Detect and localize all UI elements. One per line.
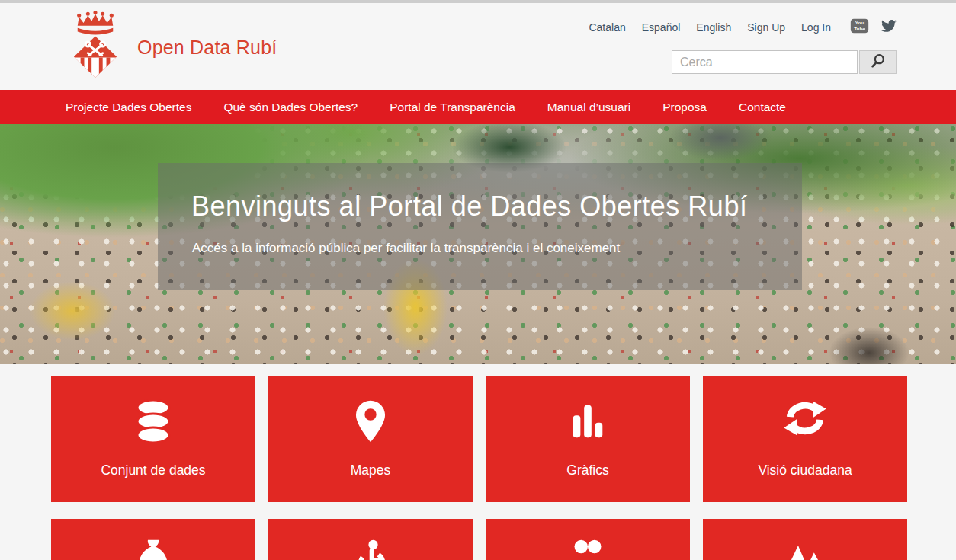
language-link-espanol[interactable]: Español [642,21,681,34]
tile-mapes[interactable]: Mapes [268,376,473,502]
tile-label: Mapes [268,462,473,478]
search-icon [870,53,887,72]
nav-item-projecte-dades-obertes[interactable]: Projecte Dades Obertes [50,101,207,114]
tile-grafics[interactable]: Gràfics [486,376,690,502]
language-link-catalan[interactable]: Catalan [589,21,625,34]
nav-item-portal-de-transparencia[interactable]: Portal de Transparència [374,101,531,114]
bar-chart-icon [486,399,690,440]
hero-overlay-panel: Benvinguts al Portal de Dades Obertes Ru… [158,163,802,290]
site-header: Open Data Rubí Catalan Español English S… [0,3,956,90]
tile-row2-3[interactable] [486,519,690,560]
tile-row2-1[interactable] [51,519,255,560]
map-marker-icon [268,399,473,443]
site-title: Open Data Rubí [137,37,277,59]
hero-banner: Benvinguts al Portal de Dades Obertes Ru… [0,124,956,364]
logo-link[interactable]: Open Data Rubí [72,11,277,84]
search-button[interactable] [859,50,897,74]
header-links: Catalan Español English Sign Up Log In Y… [589,18,897,36]
social-links: You Tube [850,18,897,36]
nav-item-contacte[interactable]: Contacte [723,101,802,114]
mountains-icon [703,539,907,560]
tile-conjunt-de-dades[interactable]: Conjunt de dades [51,376,255,502]
rubi-coat-of-arms-icon [72,11,119,84]
tile-visio-ciudadana[interactable]: Visió ciudadana [703,376,907,502]
search-area [672,50,897,74]
svg-text:You: You [855,20,865,25]
main-nav: Projecte Dades Obertes Què són Dades Obe… [0,90,956,124]
tile-row2-4[interactable] [703,519,907,560]
sign-up-link[interactable]: Sign Up [747,21,785,34]
database-icon [51,399,255,443]
language-link-english[interactable]: English [696,21,731,34]
people-icon [486,539,690,560]
log-in-link[interactable]: Log In [801,21,831,34]
nav-item-proposa[interactable]: Proposa [646,101,723,114]
accessibility-icon [268,539,473,560]
tile-label: Visió ciudadana [703,462,907,478]
tile-grid: Conjunt de dades Mapes Gràfics [51,376,907,560]
refresh-icon [703,399,907,437]
tile-row2-2[interactable] [268,519,473,560]
hero-subtitle: Accés a la informació pública per facili… [192,241,620,256]
hero-title: Benvinguts al Portal de Dades Obertes Ru… [191,190,747,222]
nav-item-que-son-dades-obertes[interactable]: Què són Dades Obertes? [207,101,374,114]
money-bag-icon [51,539,255,560]
svg-text:Tube: Tube [854,26,865,31]
youtube-icon[interactable]: You Tube [850,18,869,36]
twitter-icon[interactable] [881,19,897,35]
search-input[interactable] [672,50,858,74]
tile-label: Gràfics [486,462,690,478]
nav-item-manual-dusuari[interactable]: Manual d’usuari [531,101,646,114]
page: Open Data Rubí Catalan Español English S… [0,0,956,560]
tile-label: Conjunt de dades [51,462,255,478]
